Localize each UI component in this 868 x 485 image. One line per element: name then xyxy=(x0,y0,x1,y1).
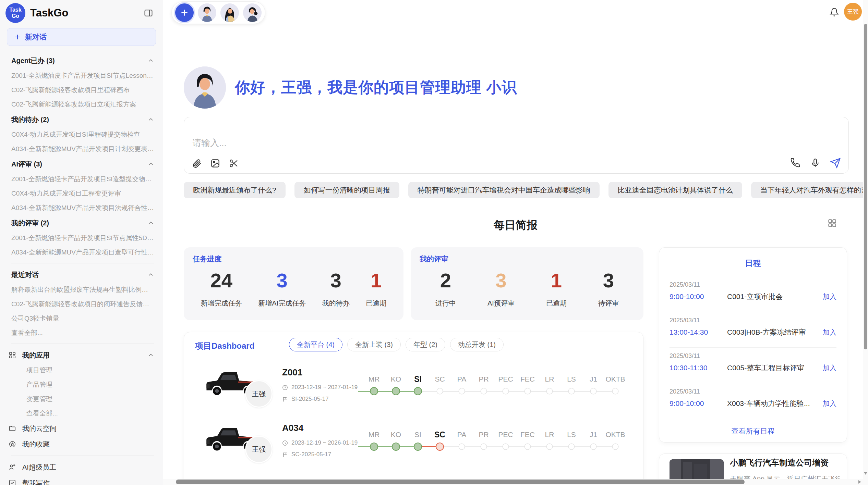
stat-label: 待评审 xyxy=(598,299,619,308)
sidebar-section-my-todo[interactable]: 我的待办 (2) xyxy=(11,112,154,127)
milestone-dot xyxy=(502,388,509,394)
dashboard-filter-chip[interactable]: 全新上装 (3) xyxy=(347,338,401,351)
project-dates: 2023-12-19 ~ 2026-01-19 xyxy=(282,438,358,447)
sidebar-item-favorites[interactable]: 我的收藏 xyxy=(9,436,154,452)
send-plane-icon xyxy=(830,158,841,169)
greeting: 你好，王强，我是你的项目管理助理 小识 xyxy=(184,66,517,109)
recent-chat-item[interactable]: 公司Q3轻卡销量 xyxy=(11,311,154,326)
scroll-down-arrow-icon[interactable] xyxy=(864,472,867,475)
sidebar-item[interactable]: Z001-全新燃油皮卡产品开发项目SI节点Lesson Learn报告 xyxy=(11,69,154,83)
app-item[interactable]: 产品管理 xyxy=(26,377,154,392)
milestone-label: PA xyxy=(457,429,466,440)
suggestion-chip[interactable]: 欧洲新规最近颁布了什么? xyxy=(184,182,286,198)
task-progress-card: 任务进度 24 新增完成任务 3 新增AI完成任务 3 我的待办 1 已逾期 xyxy=(184,247,403,320)
recent-view-all[interactable]: 查看全部... xyxy=(11,326,154,340)
sidebar-item[interactable]: C02-飞腾新能源轻客改款项目立项汇报方案 xyxy=(11,97,154,112)
app-item[interactable]: 变更管理 xyxy=(26,392,154,406)
section-title: AI评审 (3) xyxy=(11,160,42,169)
new-chat-button[interactable]: 新对话 xyxy=(7,28,156,46)
sidebar-item[interactable]: A034-全新新能源MUV产品开发项目法规符合性评审 xyxy=(11,201,154,215)
milestone: PA xyxy=(451,429,473,451)
milestone-dot xyxy=(458,388,465,394)
recent-chat-item[interactable]: C02-飞腾新能源轻客改款项目的闭环通告反馈情况 xyxy=(11,297,154,311)
attach-button[interactable] xyxy=(192,158,202,169)
horizontal-scrollbar-thumb[interactable] xyxy=(176,480,745,484)
sidebar-section-ai-review[interactable]: AI评审 (3) xyxy=(11,156,154,172)
voice-call-button[interactable] xyxy=(790,158,800,168)
milestone-dot xyxy=(524,388,531,394)
vertical-scrollbar-thumb[interactable] xyxy=(864,24,867,349)
stat-label: 已逾期 xyxy=(366,299,386,308)
flag-icon xyxy=(282,396,288,402)
suggestion-chip[interactable]: 特朗普可能对进口汽车增税会对中国车企造成哪些影响 xyxy=(408,182,600,198)
view-all-schedule-link[interactable]: 查看所有日程 xyxy=(659,426,847,436)
project-owner-badge: 王强 xyxy=(245,380,273,408)
briefing-layout-button[interactable] xyxy=(828,219,837,228)
sidebar-item[interactable]: Z001-全新燃油轻卡产品开发项目SI造型提交物评审 xyxy=(11,172,154,186)
milestone: LR xyxy=(539,429,560,451)
stat-value: 1 xyxy=(366,269,386,293)
suggestion-chip[interactable]: 当下年轻人对汽车外观有怎样的喜好趋势 xyxy=(751,182,868,198)
sidebar-item-ai-employee[interactable]: AI超级员工 xyxy=(9,459,154,475)
app-item[interactable]: 项目管理 xyxy=(26,363,154,377)
sidebar-section-agent-done[interactable]: Agent已办 (3) xyxy=(11,53,154,69)
dashboard-filter-chip[interactable]: 全新平台 (4) xyxy=(289,338,342,351)
sidebar-item[interactable]: A034-全新新能源MUV产品开发项目造型可行性评审 xyxy=(11,245,154,260)
schedule-item: 2025/03/11 9:00-10:00 X003-车辆动力学性能验... 加… xyxy=(670,383,836,419)
join-meeting-link[interactable]: 加入 xyxy=(823,292,836,301)
project-row-z001[interactable]: 王强 Z001 2023-12-19 ~ 2027-01-19 SI-2025-… xyxy=(184,365,643,423)
avatar-contact-1[interactable] xyxy=(198,3,216,22)
sidebar-item-cloud-space[interactable]: 我的云空间 xyxy=(9,421,154,436)
milestone-dot xyxy=(590,388,596,394)
user-avatar[interactable]: 王强 xyxy=(844,3,862,21)
app-item[interactable]: 查看全部... xyxy=(26,406,154,421)
message-input[interactable] xyxy=(192,137,707,155)
sidebar-section-recent-chats[interactable]: 最近对话 xyxy=(11,267,154,283)
microphone-button[interactable] xyxy=(810,158,820,168)
suggestion-chip[interactable]: 如何写一份清晰的项目周报 xyxy=(294,182,399,198)
notification-bell-button[interactable] xyxy=(830,8,839,17)
sidebar-section-my-review[interactable]: 我的评审 (2) xyxy=(11,215,154,231)
sidebar-item[interactable]: A034-全新新能源MUV产品开发项目计划变更表编写 xyxy=(11,142,154,156)
avatar-contact-3[interactable] xyxy=(243,3,262,22)
task-progress-stats: 24 新增完成任务 3 新增AI完成任务 3 我的待办 1 已逾期 xyxy=(193,269,395,308)
sidebar-header: Task Go TaskGo xyxy=(0,0,163,26)
avatar-contact-2[interactable] xyxy=(220,3,239,22)
layout-grid-icon xyxy=(828,219,837,228)
milestone-label: LR xyxy=(545,373,554,385)
sidebar-item[interactable]: C02-飞腾新能源轻客改款项目里程碑画布 xyxy=(11,83,154,97)
milestone-dot xyxy=(370,387,378,395)
project-dates-text: 2023-12-19 ~ 2027-01-19 xyxy=(291,383,358,392)
sidebar-collapse-button[interactable] xyxy=(143,8,154,18)
sidebar-item-my-apps[interactable]: 我的应用 xyxy=(9,347,154,363)
add-contact-button[interactable] xyxy=(175,3,194,22)
milestone: SI xyxy=(407,429,429,451)
project-row-a034[interactable]: 王强 A034 2023-12-19 ~ 2026-01-19 SC-2025-… xyxy=(184,421,643,479)
dashboard-filter-chip[interactable]: 动总开发 (1) xyxy=(450,338,504,351)
schedule-list: 2025/03/11 9:00-10:00 C001-立项审批会 加入 2025… xyxy=(670,276,836,419)
stat-label: 新增完成任务 xyxy=(201,299,242,308)
dashboard-filters: 全新平台 (4)全新上装 (3)年型 (2)动总开发 (1) xyxy=(289,338,504,351)
send-button[interactable] xyxy=(830,158,841,169)
milestone-dot xyxy=(392,443,400,451)
join-meeting-link[interactable]: 加入 xyxy=(823,328,836,337)
schedule-item: 2025/03/11 13:00-14:30 C003|H0B-方案冻结评审 加… xyxy=(670,312,836,348)
snippet-button[interactable] xyxy=(229,158,239,169)
sidebar-item[interactable]: Z001-全新燃油轻卡产品开发项目SI节点属性5D文件评审 xyxy=(11,231,154,245)
recent-chat-item[interactable]: 解释最新出台的欧盟报废车法规再生塑料比例被调至15%... xyxy=(11,283,154,297)
join-meeting-link[interactable]: 加入 xyxy=(823,399,836,408)
schedule-date: 2025/03/11 xyxy=(670,352,836,360)
milestone-dot xyxy=(480,443,487,450)
sidebar-item[interactable]: C0X4-动力总成开发项目工程变更评审 xyxy=(11,186,154,201)
task-progress-title: 任务进度 xyxy=(193,254,395,264)
sidebar-item-help-write[interactable]: 帮我写作 xyxy=(9,475,154,485)
dashboard-filter-chip[interactable]: 年型 (2) xyxy=(406,338,445,351)
sidebar-item[interactable]: C0X4-动力总成开发项目SI里程碑提交物检查 xyxy=(11,127,154,142)
image-upload-button[interactable] xyxy=(210,158,220,169)
project-flag-text: SC-2025-05-17 xyxy=(291,450,331,459)
scroll-right-arrow-icon[interactable] xyxy=(858,480,861,484)
suggestion-chip[interactable]: 比亚迪全固态电池计划具体说了什么 xyxy=(608,182,742,198)
milestone-label: PEC xyxy=(498,373,513,385)
join-meeting-link[interactable]: 加入 xyxy=(823,363,836,373)
my-review-title: 我的评审 xyxy=(420,254,635,264)
